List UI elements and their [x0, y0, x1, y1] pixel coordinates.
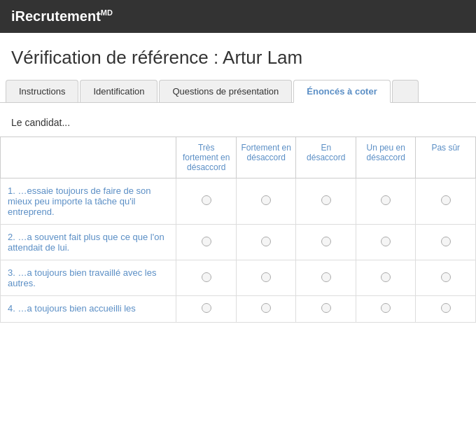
table-row: 2. …a souvent fait plus que ce que l'on …: [1, 225, 476, 260]
col-header-un-peu: Un peu en désaccord: [356, 137, 416, 178]
row-2-col-3[interactable]: [296, 225, 356, 260]
radio-3-1[interactable]: [202, 272, 211, 282]
row-1-col-2[interactable]: [236, 178, 296, 225]
row-4-col-4[interactable]: [356, 296, 416, 323]
row-2-col-5[interactable]: [416, 225, 476, 260]
row-2-col-4[interactable]: [356, 225, 416, 260]
candidate-label: Le candidat...: [0, 111, 476, 136]
col-header-pas-sur: Pas sûr: [416, 137, 476, 178]
row-1-col-5[interactable]: [416, 178, 476, 225]
radio-1-3[interactable]: [321, 195, 331, 205]
row-4-col-2[interactable]: [236, 296, 296, 323]
tab-instructions[interactable]: Instructions: [6, 80, 78, 102]
radio-2-4[interactable]: [381, 237, 391, 246]
radio-1-4[interactable]: [381, 195, 391, 205]
row-1-col-1[interactable]: [176, 178, 237, 225]
radio-3-2[interactable]: [261, 272, 271, 282]
col-header-fortement: Fortement en désaccord: [236, 137, 296, 178]
radio-1-5[interactable]: [441, 195, 451, 205]
row-4-col-3[interactable]: [296, 296, 356, 323]
radio-4-1[interactable]: [202, 303, 211, 313]
row-3-col-2[interactable]: [236, 260, 296, 296]
radio-2-3[interactable]: [321, 237, 331, 246]
radio-1-2[interactable]: [261, 195, 271, 205]
row-1-col-4[interactable]: [356, 178, 416, 225]
rating-table-wrapper: Très fortement en désaccord Fortement en…: [0, 136, 476, 323]
table-row: 1. …essaie toujours de faire de son mieu…: [1, 178, 476, 225]
radio-4-5[interactable]: [441, 303, 451, 313]
row-4-label: 4. …a toujours bien accueilli les: [1, 296, 176, 323]
row-2-col-2[interactable]: [236, 225, 296, 260]
brand-name: iRecrutement: [11, 8, 101, 24]
row-2-col-1[interactable]: [176, 225, 237, 260]
radio-2-5[interactable]: [441, 237, 451, 246]
radio-4-2[interactable]: [261, 303, 271, 313]
page-title: Vérification de référence : Artur Lam: [0, 33, 476, 80]
row-4-col-1[interactable]: [176, 296, 237, 323]
radio-1-1[interactable]: [202, 195, 211, 205]
tab-enonces[interactable]: Énoncés à coter: [293, 80, 390, 103]
app-header: iRecrutementMD: [0, 0, 476, 33]
radio-2-1[interactable]: [202, 237, 211, 246]
row-1-label: 1. …essaie toujours de faire de son mieu…: [1, 178, 176, 225]
row-3-label: 3. …a toujours bien travaillé avec les a…: [1, 260, 176, 296]
row-3-col-4[interactable]: [356, 260, 416, 296]
row-4-col-5[interactable]: [416, 296, 476, 323]
table-row: 4. …a toujours bien accueilli les: [1, 296, 476, 323]
brand-sup: MD: [101, 8, 113, 17]
tab-identification[interactable]: Identification: [80, 80, 158, 102]
tab-bar: Instructions Identification Questions de…: [0, 80, 476, 103]
row-3-col-5[interactable]: [416, 260, 476, 296]
radio-3-4[interactable]: [381, 272, 391, 282]
radio-4-4[interactable]: [381, 303, 391, 313]
row-2-label: 2. …a souvent fait plus que ce que l'on …: [1, 225, 176, 260]
rating-table: Très fortement en désaccord Fortement en…: [0, 136, 476, 323]
col-header-tres-fortement: Très fortement en désaccord: [176, 137, 237, 178]
radio-4-3[interactable]: [321, 303, 331, 313]
col-header-en: En désaccord: [296, 137, 356, 178]
row-1-col-3[interactable]: [296, 178, 356, 225]
radio-3-3[interactable]: [321, 272, 331, 282]
table-row: 3. …a toujours bien travaillé avec les a…: [1, 260, 476, 296]
row-3-col-3[interactable]: [296, 260, 356, 296]
radio-3-5[interactable]: [441, 272, 451, 282]
radio-2-2[interactable]: [261, 237, 271, 246]
content-area: Le candidat... Très fortement en désacco…: [0, 103, 476, 323]
tab-questions-presentation[interactable]: Questions de présentation: [159, 80, 292, 102]
row-3-col-1[interactable]: [176, 260, 237, 296]
tab-extra[interactable]: [392, 80, 419, 102]
col-header-empty: [1, 137, 176, 178]
